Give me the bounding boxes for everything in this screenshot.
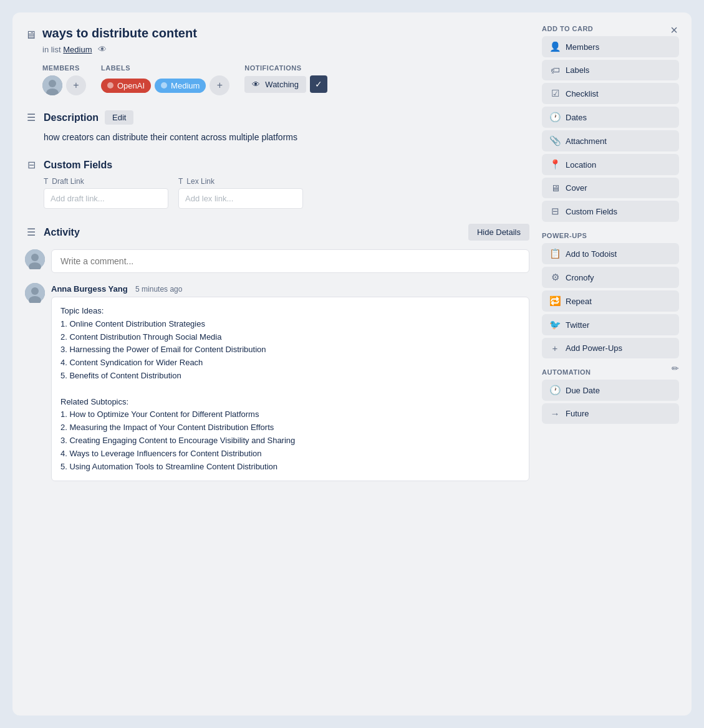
sidebar-checklist-label: Checklist <box>566 89 599 98</box>
sidebar-repeat-button[interactable]: 🔁 Repeat <box>542 290 679 312</box>
label-chip-openai[interactable]: OpenAI <box>101 79 151 93</box>
sidebar-add-power-ups-label: Add Power-Ups <box>566 343 622 353</box>
sidebar-add-power-ups-button[interactable]: + Add Power-Ups <box>542 338 679 358</box>
sidebar-labels-label: Labels <box>566 65 589 75</box>
sidebar-twitter-button[interactable]: 🐦 Twitter <box>542 314 679 335</box>
label-medium-text: Medium <box>171 81 200 90</box>
sidebar-dates-button[interactable]: 🕐 Dates <box>542 107 679 128</box>
watching-label: Watching <box>265 80 299 89</box>
lex-link-label: T Lex Link <box>178 177 303 186</box>
activity-header-left: ☰ Activity <box>25 226 80 238</box>
add-to-card-title: Add to card <box>542 25 679 32</box>
labels-section: Labels OpenAI Medium + <box>101 64 229 95</box>
sidebar-custom-fields-label: Custom Fields <box>566 207 617 216</box>
sidebar-custom-fields-button[interactable]: ⊟ Custom Fields <box>542 201 679 222</box>
sidebar-checklist-button[interactable]: ☑ Checklist <box>542 83 679 104</box>
label-chip-medium[interactable]: Medium <box>155 79 206 93</box>
custom-fields-grid: T Draft Link Add draft link... T Lex Lin… <box>44 177 529 209</box>
activity-header: ☰ Activity Hide Details <box>25 224 529 241</box>
svg-point-4 <box>31 254 39 261</box>
draft-link-input[interactable]: Add draft link... <box>44 188 168 209</box>
svg-point-7 <box>31 287 39 295</box>
comment-avatar <box>25 249 45 269</box>
sidebar-members-label: Members <box>566 42 599 52</box>
sidebar-location-label: Location <box>566 160 596 170</box>
comment-input[interactable] <box>51 249 529 273</box>
custom-fields-title: Custom Fields <box>44 160 112 171</box>
sidebar-todoist-label: Add to Todoist <box>566 249 617 259</box>
lex-type-icon: T <box>178 177 183 186</box>
list-link[interactable]: Medium <box>63 45 92 54</box>
sidebar-cover-button[interactable]: 🖥 Cover <box>542 178 679 198</box>
notifications-label: Notifications <box>244 64 327 72</box>
activity-item: Anna Burgess Yang 5 minutes ago Topic Id… <box>25 283 529 481</box>
cronofy-icon: ⚙ <box>549 272 561 283</box>
sidebar-repeat-label: Repeat <box>566 297 592 306</box>
avatar <box>42 75 62 95</box>
add-member-button[interactable]: + <box>66 75 86 95</box>
card-subtitle: in list Medium 👁 <box>42 44 529 54</box>
watching-eye-icon: 👁 <box>252 80 260 89</box>
activity-item-header: Anna Burgess Yang 5 minutes ago <box>51 283 529 294</box>
members-icon: 👤 <box>549 41 561 52</box>
card-type-icon: 🖥 <box>25 29 36 42</box>
sidebar-due-date-label: Due Date <box>566 386 600 395</box>
description-text: how creators can distribute their conten… <box>44 131 529 144</box>
activity-icon: ☰ <box>25 226 37 238</box>
label-dot-medium <box>161 82 167 89</box>
automation-title: Automation <box>542 368 591 376</box>
custom-fields-btn-icon: ⊟ <box>549 206 561 217</box>
sidebar-cronofy-button[interactable]: ⚙ Cronofy <box>542 267 679 288</box>
watching-button[interactable]: 👁 Watching <box>244 76 306 93</box>
twitter-icon: 🐦 <box>549 319 561 330</box>
card-modal: × 🖥 ways to distribute content in list M… <box>12 12 692 716</box>
description-edit-button[interactable]: Edit <box>105 110 133 125</box>
sidebar: Add to card 👤 Members 🏷 Labels ☑ Checkli… <box>542 25 679 703</box>
label-dot <box>107 82 113 89</box>
sidebar-dates-label: Dates <box>566 113 587 122</box>
members-items: + <box>42 75 86 95</box>
activity-section: ☰ Activity Hide Details <box>25 224 529 481</box>
sidebar-future-button[interactable]: → Future <box>542 403 679 424</box>
label-openai-text: OpenAI <box>117 81 145 90</box>
lex-link-input[interactable]: Add lex link... <box>178 188 303 209</box>
main-content: 🖥 ways to distribute content in list Med… <box>25 25 529 703</box>
add-power-ups-icon: + <box>549 343 561 353</box>
sidebar-todoist-button[interactable]: 📋 Add to Todoist <box>542 243 679 264</box>
due-date-icon: 🕐 <box>549 385 561 396</box>
add-label-button[interactable]: + <box>210 75 229 95</box>
cover-icon: 🖥 <box>549 183 561 193</box>
sidebar-labels-button[interactable]: 🏷 Labels <box>542 60 679 80</box>
custom-fields-section: ⊟ Custom Fields T Draft Link Add draft l… <box>25 159 529 209</box>
repeat-icon: 🔁 <box>549 295 561 307</box>
card-title: ways to distribute content <box>42 25 197 41</box>
automation-edit-button[interactable]: ✏ <box>672 363 679 373</box>
labels-items: OpenAI Medium + <box>101 75 229 95</box>
activity-item-avatar <box>25 283 45 303</box>
custom-fields-header: ⊟ Custom Fields <box>25 159 529 171</box>
hide-details-button[interactable]: Hide Details <box>468 224 529 241</box>
sidebar-attachment-button[interactable]: 📎 Attachment <box>542 130 679 151</box>
activity-title: Activity <box>44 227 80 238</box>
draft-link-label: T Draft Link <box>44 177 168 186</box>
attachment-icon: 📎 <box>549 135 561 146</box>
location-icon: 📍 <box>549 159 561 170</box>
activity-author: Anna Burgess Yang <box>51 284 128 294</box>
automation-header: Automation ✏ <box>542 361 679 376</box>
card-title-row: 🖥 ways to distribute content <box>25 25 529 42</box>
checklist-icon: ☑ <box>549 88 561 99</box>
members-section: Members + <box>42 64 86 95</box>
sidebar-due-date-button[interactable]: 🕐 Due Date <box>542 380 679 401</box>
draft-type-icon: T <box>44 177 48 186</box>
custom-field-draft: T Draft Link Add draft link... <box>44 177 168 209</box>
notifications-section: Notifications 👁 Watching ✓ <box>244 64 327 93</box>
dates-icon: 🕐 <box>549 112 561 123</box>
future-icon: → <box>549 408 561 419</box>
close-button[interactable]: × <box>664 20 684 40</box>
activity-time: 5 minutes ago <box>135 285 182 294</box>
description-title: Description <box>44 112 99 123</box>
sidebar-location-button[interactable]: 📍 Location <box>542 154 679 175</box>
sidebar-attachment-label: Attachment <box>566 136 607 146</box>
sidebar-members-button[interactable]: 👤 Members <box>542 36 679 57</box>
watch-check-badge: ✓ <box>310 75 327 93</box>
